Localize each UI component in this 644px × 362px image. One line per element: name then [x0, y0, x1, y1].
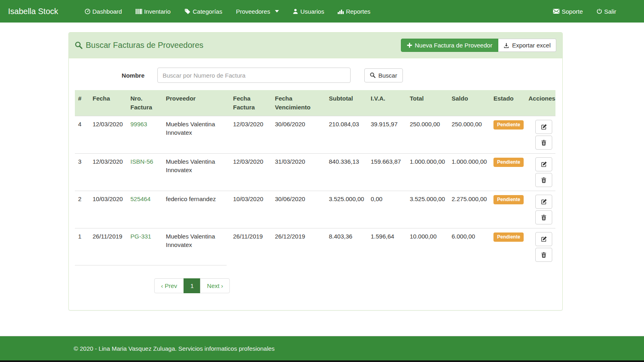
table-row: 4 12/03/2020 99963 Muebles Valentina Inn…	[75, 116, 555, 153]
cell-total: 250.000,00	[407, 116, 448, 153]
edit-invoice-button[interactable]	[535, 157, 552, 171]
table-row: 1 26/11/2019 PG-331 Muebles Valentina In…	[75, 228, 555, 265]
pagination-page-1[interactable]: 1	[184, 278, 200, 293]
cell-fecha-vencimiento: 26/12/2019	[272, 228, 326, 265]
cell-iva: 39.915,97	[367, 116, 407, 153]
nav-item-salir[interactable]: Salir	[590, 0, 623, 23]
cell-proveedor: Muebles Valentina Innovatex	[163, 153, 230, 191]
cell-fecha: 12/03/2020	[89, 153, 127, 191]
search-button[interactable]: Buscar	[364, 68, 403, 82]
invoice-number-link[interactable]: 99963	[130, 121, 147, 128]
cell-id: 1	[75, 228, 89, 265]
table-row: 3 12/03/2020 ISBN-56 Muebles Valentina I…	[75, 153, 555, 191]
col-header-id: #	[75, 90, 89, 116]
table-row: 2 10/03/2020 525464 federico fernandez 1…	[75, 191, 555, 228]
status-badge: Pendiente	[493, 232, 524, 242]
nav-item-proveedores[interactable]: Proveedores	[229, 0, 286, 23]
cell-id: 2	[75, 191, 89, 228]
nav-label: Salir	[604, 8, 616, 15]
cell-fecha-vencimiento: 31/03/2020	[272, 153, 326, 191]
nav-item-inventario[interactable]: Inventario	[129, 0, 178, 23]
nav-item-soporte[interactable]: Soporte	[546, 0, 590, 23]
edit-invoice-button[interactable]	[535, 120, 552, 134]
cell-saldo: 1.000.000,00	[448, 153, 490, 191]
search-input[interactable]	[157, 68, 351, 83]
bar-chart-icon	[338, 9, 344, 14]
pagination: ‹ Prev 1 Next ›	[154, 278, 230, 293]
delete-invoice-button[interactable]	[535, 210, 552, 224]
nav-item-reportes[interactable]: Reportes	[331, 0, 377, 23]
cell-fecha-vencimiento: 30/06/2020	[272, 116, 326, 153]
col-header-estado: Estado	[490, 90, 525, 116]
edit-invoice-button[interactable]	[535, 232, 552, 246]
cell-fecha-factura: 12/03/2020	[230, 153, 272, 191]
cell-subtotal: 3.525.000,00	[326, 191, 367, 228]
panel-heading: Buscar Facturas de Proveedores Nueva Fac…	[69, 33, 562, 58]
col-header-nro-factura: Nro. Factura	[127, 90, 163, 116]
cell-fecha-factura: 26/11/2019	[230, 228, 272, 265]
main-content: Buscar Facturas de Proveedores Nueva Fac…	[0, 23, 644, 336]
trash-icon	[541, 252, 547, 258]
cell-fecha-factura: 12/03/2020	[230, 116, 272, 153]
col-header-fecha: Fecha	[89, 90, 127, 116]
col-header-fecha-factura: Fecha Factura	[230, 90, 272, 116]
cell-fecha: 26/11/2019	[89, 228, 127, 265]
trash-icon	[541, 177, 547, 183]
col-header-total: Total	[407, 90, 448, 116]
col-header-iva: I.V.A.	[367, 90, 407, 116]
col-header-fecha-vencimiento: Fecha Vencimiento	[272, 90, 326, 116]
invoice-number-link[interactable]: PG-331	[130, 233, 151, 240]
cell-total: 10.000,00	[407, 228, 448, 265]
table-bottom-rule	[75, 265, 227, 265]
pagination-next[interactable]: Next ›	[200, 278, 230, 293]
trash-icon	[541, 140, 547, 146]
nav-label: Reportes	[346, 8, 370, 15]
cell-iva: 159.663,87	[367, 153, 407, 191]
delete-invoice-button[interactable]	[535, 136, 552, 150]
trash-icon	[541, 214, 547, 220]
envelope-icon	[553, 9, 559, 14]
status-badge: Pendiente	[493, 158, 524, 167]
caret-down-icon	[275, 10, 279, 12]
new-invoice-button[interactable]: Nueva Factura de Proveedor	[401, 39, 499, 52]
edit-icon	[541, 124, 547, 130]
edit-invoice-button[interactable]	[535, 195, 552, 209]
cell-proveedor: federico fernandez	[163, 191, 230, 228]
footer-text: © 2020 - Lina Maria Vasquez Zuluaga. Ser…	[74, 345, 275, 352]
invoices-table: # Fecha Nro. Factura Proveedor Fecha Fac…	[75, 90, 555, 265]
col-header-saldo: Saldo	[448, 90, 490, 116]
nav-item-categorias[interactable]: Categorías	[178, 0, 229, 23]
invoice-number-link[interactable]: ISBN-56	[130, 158, 153, 165]
nav-label: Dashboard	[93, 8, 122, 15]
cell-saldo: 250.000,00	[448, 116, 490, 153]
export-excel-button[interactable]: Exportar excel	[498, 39, 556, 52]
navbar: Isabella Stock Dashboard Inventario Cate…	[0, 0, 644, 23]
nav-label: Usuarios	[300, 8, 324, 15]
pagination-prev[interactable]: ‹ Prev	[154, 278, 184, 293]
brand-link[interactable]: Isabella Stock	[0, 7, 66, 16]
cell-proveedor: Muebles Valentina Innovatex	[163, 228, 230, 265]
search-label: Nombre	[75, 72, 144, 79]
delete-invoice-button[interactable]	[535, 173, 552, 187]
search-icon	[75, 41, 83, 49]
edit-icon	[541, 161, 547, 167]
nav-label: Categorías	[193, 8, 222, 15]
delete-invoice-button[interactable]	[535, 248, 552, 262]
cell-fecha-vencimiento: 30/06/2020	[272, 191, 326, 228]
page-title: Buscar Facturas de Proveedores	[75, 41, 203, 50]
nav-label: Inventario	[144, 8, 171, 15]
heading-buttons: Nueva Factura de Proveedor Exportar exce…	[401, 39, 556, 52]
secondary-menu: Soporte Salir	[546, 0, 644, 23]
cell-fecha-factura: 10/03/2020	[230, 191, 272, 228]
nav-item-dashboard[interactable]: Dashboard	[78, 0, 129, 23]
cell-fecha: 12/03/2020	[89, 116, 127, 153]
cell-saldo: 6.000,00	[448, 228, 490, 265]
dashboard-icon	[85, 8, 91, 14]
invoices-panel: Buscar Facturas de Proveedores Nueva Fac…	[68, 32, 563, 311]
cell-fecha: 10/03/2020	[89, 191, 127, 228]
export-excel-label: Exportar excel	[512, 42, 551, 49]
table-header-row: # Fecha Nro. Factura Proveedor Fecha Fac…	[75, 90, 555, 116]
nav-item-usuarios[interactable]: Usuarios	[286, 0, 331, 23]
footer: © 2020 - Lina Maria Vasquez Zuluaga. Ser…	[0, 336, 644, 360]
invoice-number-link[interactable]: 525464	[130, 195, 151, 202]
